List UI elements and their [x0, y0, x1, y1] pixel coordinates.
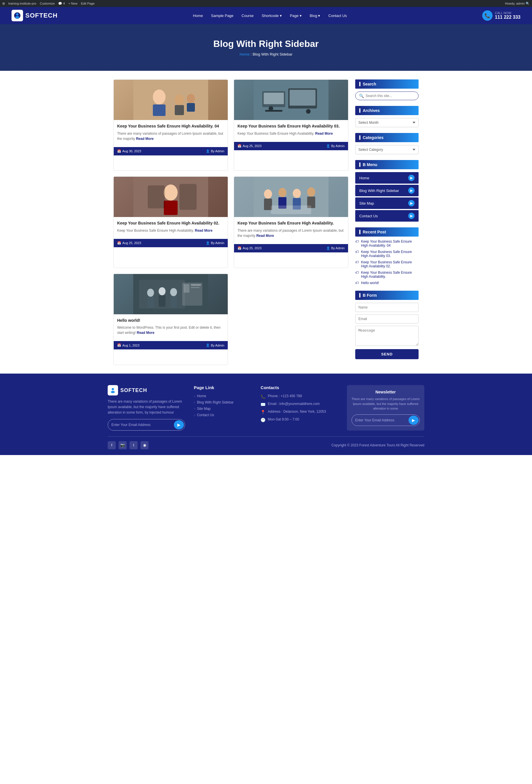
footer-link-contact[interactable]: Contact Us: [194, 413, 252, 417]
categories-select[interactable]: Select Category: [355, 145, 419, 154]
logo-area[interactable]: SOFTECH: [11, 10, 58, 21]
post-image-3: [114, 177, 228, 217]
bmenu-widget: B Menu Home ▶ Blog With Right Sidebar ▶ …: [355, 160, 419, 222]
form-email-input[interactable]: [355, 314, 419, 324]
svg-point-2: [15, 16, 19, 19]
nav-shortcode[interactable]: Shortcode ▾: [258, 11, 285, 20]
archives-widget-title: Archives: [355, 106, 419, 115]
nav-blog[interactable]: Blog ▾: [306, 11, 324, 20]
menu-arrow-contact: ▶: [408, 213, 415, 219]
post-date-5: 📅 Aug 1, 2023: [117, 343, 139, 347]
archives-select[interactable]: Select Month: [355, 118, 419, 127]
nav-course[interactable]: Course: [238, 11, 257, 20]
breadcrumb-home[interactable]: Home: [240, 52, 250, 56]
admin-bar: ⊞ training-institute-pro Customize 💬 4 +…: [0, 0, 532, 7]
post-body-2: Keep Your Business Safe Ensure High Avai…: [234, 120, 348, 142]
search-widget-title: Search: [355, 79, 419, 89]
read-more-4[interactable]: Read More: [256, 234, 274, 238]
menu-item-contact[interactable]: Contact Us ▶: [355, 210, 419, 222]
svg-rect-39: [159, 295, 166, 307]
svg-point-8: [187, 94, 195, 103]
admin-search-icon[interactable]: 🔍: [526, 2, 530, 5]
rss-icon[interactable]: ◉: [140, 441, 148, 449]
categories-widget: Categories Select Category: [355, 133, 419, 154]
menu-item-blog[interactable]: Blog With Right Sidebar ▶: [355, 185, 419, 196]
search-input[interactable]: [366, 94, 415, 98]
newsletter-submit-button[interactable]: ▶: [409, 416, 419, 425]
post-excerpt-1: There are many variations of passages of…: [117, 131, 224, 141]
svg-rect-12: [264, 93, 284, 104]
read-more-1[interactable]: Read More: [136, 137, 153, 141]
nav-page[interactable]: Page ▾: [286, 11, 305, 20]
facebook-icon[interactable]: f: [108, 441, 116, 449]
read-more-2[interactable]: Read More: [315, 132, 333, 136]
recent-post-5[interactable]: Hello world!: [355, 281, 419, 285]
footer-email-input[interactable]: [108, 419, 173, 430]
customize-link[interactable]: Customize: [40, 2, 55, 5]
newsletter-email-form: ▶: [352, 415, 420, 426]
site-name[interactable]: training-institute-pro: [8, 2, 36, 5]
svg-point-40: [170, 288, 177, 296]
svg-rect-22: [179, 184, 197, 210]
nav-contact[interactable]: Contact Us: [325, 11, 351, 20]
logo-text-area: SOFTECH: [25, 12, 58, 19]
footer-link-sitemap[interactable]: Site Map: [194, 407, 252, 411]
svg-rect-21: [148, 185, 165, 208]
post-image-1: [114, 80, 228, 120]
nav-sample-page[interactable]: Sample Page: [207, 11, 237, 20]
post-body-3: Keep Your Business Safe Ensure High Avai…: [114, 217, 228, 239]
post-excerpt-3: Keep Your Business Safe Ensure High Avai…: [117, 228, 224, 233]
newsletter-email-input[interactable]: [352, 415, 408, 426]
recent-post-1[interactable]: Keep Your Business Safe Ensure High Avai…: [355, 240, 419, 248]
svg-point-19: [164, 185, 178, 201]
categories-widget-title: Categories: [355, 133, 419, 142]
footer-link-home[interactable]: Home: [194, 394, 252, 398]
svg-rect-32: [271, 205, 311, 214]
comments-count[interactable]: 💬 4: [58, 2, 65, 5]
edit-page-link[interactable]: Edit Page: [81, 2, 95, 5]
wp-logo[interactable]: ⊞: [2, 2, 5, 5]
recent-posts-widget: Recent Post Keep Your Business Safe Ensu…: [355, 227, 419, 285]
logo-icon: [11, 10, 23, 21]
menu-item-home[interactable]: Home ▶: [355, 172, 419, 184]
read-more-5[interactable]: Read More: [137, 331, 154, 335]
post-image-2: [234, 80, 348, 120]
menu-item-sitemap[interactable]: Site Map ▶: [355, 197, 419, 209]
post-excerpt-5: Welcome to WordPress. This is your first…: [117, 325, 224, 335]
footer-email-form: ▶: [108, 419, 185, 430]
admin-bar-right: Howdy, admin 🔍: [505, 2, 530, 5]
svg-point-47: [111, 391, 115, 393]
location-icon: 📍: [260, 410, 265, 415]
menu-arrow-sitemap: ▶: [408, 200, 415, 206]
hero-section: Blog With Right Sidebar Home : Blog With…: [0, 24, 532, 71]
twitter-icon[interactable]: t: [130, 441, 138, 449]
recent-post-2[interactable]: Keep Your Business Safe Ensure High Avai…: [355, 250, 419, 258]
form-name-input[interactable]: [355, 303, 419, 312]
recent-post-4[interactable]: Keep Your Business Safe Ensure High Avai…: [355, 271, 419, 279]
post-date-4: 📅 Aug 25, 2023: [237, 246, 261, 250]
post-meta-5: 📅 Aug 1, 2023 👤 By Admin: [114, 341, 228, 349]
form-message-input[interactable]: [355, 326, 419, 346]
svg-point-26: [278, 188, 286, 197]
post-meta-4: 📅 Aug 25, 2023 👤 By Admin: [234, 244, 348, 252]
post-title-2: Keep Your Business Safe Ensure High Avai…: [237, 123, 344, 129]
instagram-icon[interactable]: 📷: [119, 441, 127, 449]
footer-email-submit[interactable]: ▶: [174, 420, 184, 429]
bmenu-widget-title: B Menu: [355, 160, 419, 169]
post-image-5: [114, 274, 228, 314]
new-link[interactable]: + New: [68, 2, 78, 5]
footer-link-blog[interactable]: Blog With Right Sidebar: [194, 400, 252, 404]
sidebar: Search 🔍 Archives Select Month Categorie…: [355, 79, 419, 365]
footer-description: There are many variations of passages of…: [108, 399, 185, 416]
recent-post-3[interactable]: Keep Your Business Safe Ensure High Avai…: [355, 260, 419, 268]
post-author-2: 👤 By Admin: [326, 144, 344, 148]
post-author-3: 👤 By Admin: [206, 241, 224, 245]
menu-arrow-home: ▶: [408, 175, 415, 181]
svg-point-24: [264, 189, 272, 199]
post-meta-3: 📅 Aug 25, 2023 👤 By Admin: [114, 239, 228, 247]
post-card-4: Keep Your Business Safe Ensure High Avai…: [234, 176, 348, 268]
send-button[interactable]: SEND: [355, 349, 419, 359]
post-body-1: Keep Your Business Safe Ensure High Avai…: [114, 120, 228, 147]
nav-home[interactable]: Home: [190, 11, 206, 20]
read-more-3[interactable]: Read More: [195, 228, 213, 232]
